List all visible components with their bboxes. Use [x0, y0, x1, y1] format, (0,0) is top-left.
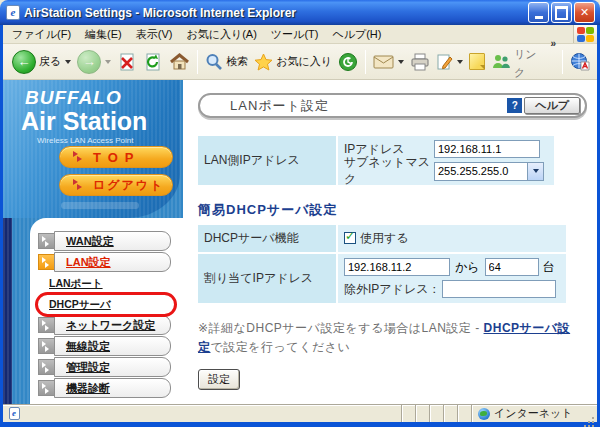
sidebar-subitem-label: DHCPサーバ [49, 298, 111, 312]
sidebar-item-label: WAN設定 [66, 234, 114, 249]
exclude-ip-input[interactable] [442, 280, 556, 298]
status-message-area [25, 405, 401, 422]
menu-view[interactable]: 表示(V) [129, 25, 180, 44]
sidebar-item-lan[interactable]: LAN設定 [38, 252, 171, 272]
sidebar-item-wan[interactable]: WAN設定 [38, 231, 171, 251]
page-header: LANポート設定 ? ヘルプ [198, 93, 587, 118]
sidebar-item-label: 機器診断 [66, 381, 110, 396]
links-overflow-chevron-icon[interactable]: » [550, 38, 556, 49]
windows-logo-icon [577, 27, 594, 42]
lan-ip-values: IPアドレス サブネットマスク 255.255.255.0 [338, 136, 554, 185]
sidebar-item-label: 管理設定 [66, 360, 110, 375]
edit-button[interactable] [433, 51, 466, 73]
nav-arrow-icon [38, 233, 54, 249]
refresh-icon [143, 52, 163, 72]
favorites-label: お気に入り [276, 54, 332, 69]
back-label: 戻る [39, 54, 61, 69]
search-button[interactable]: 検索 [202, 51, 251, 73]
subnet-mask-select[interactable]: 255.255.255.0 [434, 162, 544, 181]
toolbar-separator [365, 50, 366, 74]
refresh-button[interactable] [140, 50, 166, 74]
close-button[interactable]: ✕ [574, 2, 595, 23]
favorites-button[interactable]: お気に入り [251, 51, 335, 73]
status-segment [429, 405, 443, 422]
maximize-button[interactable] [551, 2, 572, 23]
history-button[interactable] [335, 50, 361, 74]
brand-panel: BUFFALO Air Station Wireless LAN Access … [3, 80, 180, 218]
security-zone-cell: インターネット [471, 405, 583, 422]
use-dhcp-checkbox[interactable] [344, 232, 356, 244]
dhcp-start-ip-input[interactable] [344, 258, 450, 276]
assign-ip-label: 割り当てIPアドレス [198, 254, 336, 303]
sidebar: BUFFALO Air Station Wireless LAN Access … [3, 80, 183, 404]
forward-icon: → [77, 50, 101, 74]
nav-arrow-icon-active [38, 254, 54, 270]
window-title: AirStation Settings - Microsoft Internet… [24, 6, 526, 20]
sidebar-item-network[interactable]: ネットワーク設定 [38, 315, 171, 335]
stop-icon [117, 52, 137, 72]
home-button[interactable] [166, 50, 193, 74]
dhcp-table: DHCPサーバ機能 使用する 割り当てIPアドレス から 台 [198, 225, 566, 303]
help-button[interactable]: ヘルプ [524, 97, 580, 114]
forward-button[interactable]: → [74, 48, 114, 76]
menu-tools[interactable]: ツール(T) [264, 25, 326, 44]
messenger-button[interactable] [488, 51, 514, 73]
links-button[interactable]: リンク » [514, 44, 558, 80]
status-segment [415, 405, 429, 422]
status-segment [443, 405, 457, 422]
nav-arrow-icon [38, 317, 54, 333]
top-button[interactable]: TOP [59, 146, 173, 168]
back-dropdown-icon[interactable] [65, 60, 71, 64]
favorites-star-icon [254, 53, 273, 71]
menu-edit[interactable]: 編集(E) [78, 25, 129, 44]
pdf-convert-button[interactable] [567, 50, 594, 74]
submit-button[interactable]: 設定 [198, 369, 240, 390]
title-bar: e AirStation Settings - Microsoft Intern… [0, 0, 600, 25]
lan-ip-row-label: LAN側IPアドレス [198, 136, 336, 185]
sidebar-subitem-lanport[interactable]: LANポート [38, 273, 178, 294]
exclude-ip-label: 除外IPアドレス： [344, 281, 440, 298]
page-body: BUFFALO Air Station Wireless LAN Access … [3, 80, 597, 404]
print-button[interactable] [407, 51, 433, 73]
airstation-logo: Air Station [21, 109, 180, 134]
ip-address-input[interactable] [434, 140, 540, 158]
dhcp-function-label: DHCPサーバ機能 [198, 225, 336, 252]
print-icon [410, 53, 430, 71]
resize-grip[interactable] [583, 405, 597, 422]
question-icon[interactable]: ? [507, 98, 522, 113]
mail-button[interactable] [370, 52, 407, 72]
sidebar-item-wireless[interactable]: 無線設定 [38, 336, 171, 356]
back-button[interactable]: ← 戻る [9, 48, 74, 76]
edit-icon [436, 53, 453, 71]
menu-file[interactable]: ファイル(F) [5, 25, 78, 44]
select-dropdown-icon[interactable] [527, 163, 543, 180]
toolbar-separator [197, 50, 198, 74]
search-icon [205, 53, 223, 71]
nav-panel: WAN設定 LAN設定 LANポート DHCPサーバ [30, 218, 183, 404]
double-arrow-icon [73, 179, 84, 191]
sidebar-item-diagnostics[interactable]: 機器診断 [38, 378, 171, 398]
sidebar-subitem-dhcp[interactable]: DHCPサーバ [38, 294, 178, 315]
zone-label: インターネット [494, 406, 573, 421]
dhcp-note: ※詳細なDHCPサーバ設定をする場合はLAN設定 - DHCPサーバ設定で設定を… [198, 319, 576, 356]
window-frame: ファイル(F) 編集(E) 表示(V) お気に入り(A) ツール(T) ヘルプ(… [0, 25, 600, 427]
sidebar-item-admin[interactable]: 管理設定 [38, 357, 171, 377]
menu-help[interactable]: ヘルプ(H) [325, 25, 388, 44]
browser-toolbar: ← 戻る → 検索 お気に入 [3, 44, 597, 80]
status-segment [457, 405, 471, 422]
brand-decoration [61, 202, 139, 209]
subnet-mask-label: サブネットマスク [344, 154, 434, 188]
buffalo-logo: BUFFALO [25, 88, 180, 107]
menu-favorites[interactable]: お気に入り(A) [179, 25, 263, 44]
dhcp-count-input[interactable] [485, 258, 539, 276]
minimize-button[interactable] [528, 2, 549, 23]
dhcp-section-heading: 簡易DHCPサーバ設定 [198, 201, 587, 219]
stop-button[interactable] [114, 50, 140, 74]
note-text: で設定を行ってください [211, 340, 351, 354]
messenger-icon [491, 53, 511, 71]
logout-button[interactable]: ログアウト [59, 174, 173, 196]
edit-dropdown-icon [457, 60, 463, 64]
notes-icon [469, 53, 485, 70]
nav-arrow-icon [38, 359, 54, 375]
notes-button[interactable] [466, 51, 488, 72]
